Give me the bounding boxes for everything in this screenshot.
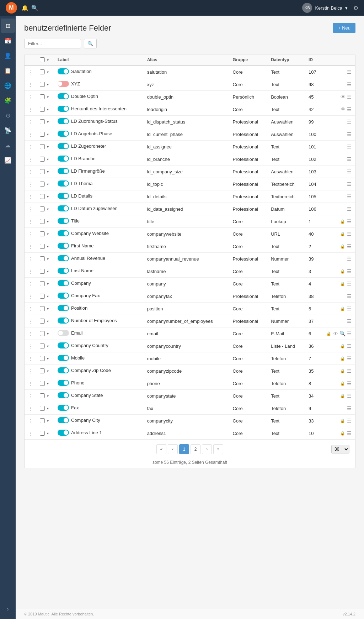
list-action-icon[interactable]: ☰ <box>347 169 352 174</box>
toggle-switch[interactable] <box>58 243 69 249</box>
list-action-icon[interactable]: ☰ <box>347 219 352 224</box>
field-label[interactable]: Company Website <box>71 231 109 236</box>
row-checkbox[interactable] <box>40 107 45 112</box>
row-checkbox[interactable] <box>40 406 45 411</box>
field-label[interactable]: Mobile <box>71 355 85 361</box>
drag-handle[interactable]: ⋮ <box>25 228 36 240</box>
filter-input[interactable] <box>24 39 81 48</box>
row-checkbox[interactable] <box>40 319 45 324</box>
per-page-dropdown[interactable]: 30 50 100 <box>331 445 349 453</box>
page-2-button[interactable]: 2 <box>191 444 200 454</box>
row-checkbox[interactable] <box>40 219 45 224</box>
toggle-switch[interactable] <box>58 305 69 311</box>
toggle-switch[interactable] <box>58 180 69 187</box>
row-checkbox[interactable] <box>40 144 45 149</box>
row-checkbox[interactable] <box>40 194 45 199</box>
field-label[interactable]: First Name <box>71 243 94 248</box>
sidebar-item-campaigns[interactable]: 🧩 <box>1 93 15 107</box>
toggle-switch[interactable] <box>58 280 69 286</box>
row-chevron[interactable]: ▾ <box>46 419 49 423</box>
row-chevron[interactable]: ▾ <box>46 357 49 361</box>
prev-page-button[interactable]: ‹ <box>168 444 178 454</box>
sidebar-item-web[interactable]: 🌐 <box>1 78 15 93</box>
field-label[interactable]: Double Optin <box>71 94 98 99</box>
settings-icon[interactable]: ⚙ <box>353 5 358 11</box>
drag-handle[interactable]: ⋮ <box>25 390 36 402</box>
list-action-icon[interactable]: ☰ <box>347 293 352 299</box>
field-label[interactable]: Salutation <box>71 69 92 74</box>
sidebar-item-segments[interactable]: 📋 <box>1 63 15 78</box>
field-label[interactable]: LD Zuordnungs-Status <box>71 119 118 124</box>
drag-handle[interactable]: ⋮ <box>25 240 36 253</box>
list-action-icon[interactable]: ☰ <box>347 306 352 311</box>
drag-handle[interactable]: ⋮ <box>25 327 36 340</box>
row-chevron[interactable]: ▾ <box>46 207 49 211</box>
field-label[interactable]: Company City <box>71 418 100 423</box>
toggle-switch[interactable] <box>58 255 69 261</box>
row-chevron[interactable]: ▾ <box>46 83 49 86</box>
toggle-switch[interactable] <box>58 417 69 423</box>
toggle-switch[interactable] <box>58 367 69 373</box>
row-chevron[interactable]: ▾ <box>46 195 49 199</box>
drag-handle[interactable]: ⋮ <box>25 128 36 141</box>
toggle-switch[interactable] <box>58 355 69 361</box>
field-label[interactable]: LD Angebots-Phase <box>71 131 112 136</box>
list-action-icon[interactable]: ☰ <box>347 381 352 386</box>
field-label[interactable]: LD Datum zugewiesen <box>71 206 118 211</box>
row-checkbox[interactable] <box>40 94 45 99</box>
list-action-icon[interactable]: ☰ <box>347 256 352 262</box>
toggle-switch[interactable] <box>58 380 69 386</box>
drag-handle[interactable]: ⋮ <box>25 253 36 265</box>
row-chevron[interactable]: ▾ <box>46 120 49 124</box>
field-label[interactable]: Email <box>71 330 83 336</box>
eye-icon[interactable]: 👁 <box>333 331 338 336</box>
field-label[interactable]: Company Fax <box>71 293 100 298</box>
toggle-switch[interactable] <box>58 405 69 411</box>
user-menu[interactable]: KB Kerstin Belca ▾ <box>302 3 348 13</box>
filter-search-button[interactable]: 🔍 <box>84 39 97 48</box>
row-checkbox[interactable] <box>40 393 45 398</box>
toggle-switch[interactable] <box>58 330 69 336</box>
toggle-switch[interactable] <box>58 205 69 211</box>
first-page-button[interactable]: « <box>156 444 166 454</box>
app-logo[interactable]: M <box>6 2 17 14</box>
drag-handle[interactable]: ⋮ <box>25 340 36 352</box>
field-label[interactable]: Company Zip Code <box>71 368 111 373</box>
last-page-button[interactable]: » <box>213 444 223 454</box>
field-label[interactable]: Fax <box>71 405 79 410</box>
drag-handle[interactable]: ⋮ <box>25 65 36 78</box>
sidebar-item-calendar[interactable]: 📅 <box>1 33 15 48</box>
toggle-switch[interactable] <box>58 156 69 162</box>
field-label[interactable]: LD Firmengröße <box>71 168 105 174</box>
drag-handle[interactable]: ⋮ <box>25 215 36 228</box>
row-chevron[interactable]: ▾ <box>46 332 49 336</box>
row-checkbox[interactable] <box>40 418 45 423</box>
row-checkbox[interactable] <box>40 281 45 286</box>
row-checkbox[interactable] <box>40 343 45 348</box>
drag-handle[interactable]: ⋮ <box>25 141 36 153</box>
sidebar-item-charts[interactable]: 📈 <box>1 153 15 167</box>
list-action-icon[interactable]: ☰ <box>347 131 352 137</box>
row-checkbox[interactable] <box>40 368 45 373</box>
list-action-icon[interactable]: ☰ <box>347 368 352 374</box>
field-label[interactable]: LD Details <box>71 193 92 199</box>
toggle-switch[interactable] <box>58 230 69 236</box>
list-action-icon[interactable]: ☰ <box>347 106 352 112</box>
row-chevron[interactable]: ▾ <box>46 107 49 111</box>
list-action-icon[interactable]: ☰ <box>347 418 352 424</box>
list-action-icon[interactable]: ☰ <box>347 231 352 237</box>
drag-handle[interactable]: ⋮ <box>25 116 36 128</box>
row-checkbox[interactable] <box>40 169 45 174</box>
row-checkbox[interactable] <box>40 182 45 187</box>
sidebar-item-feeds[interactable]: 📡 <box>1 123 15 137</box>
row-chevron[interactable]: ▾ <box>46 157 49 161</box>
drag-handle[interactable]: ⋮ <box>25 103 36 116</box>
drag-handle[interactable]: ⋮ <box>25 203 36 215</box>
row-checkbox[interactable] <box>40 206 45 211</box>
toggle-switch[interactable] <box>58 93 69 99</box>
row-checkbox[interactable] <box>40 132 45 137</box>
row-chevron[interactable]: ▾ <box>46 70 49 74</box>
toggle-switch[interactable] <box>58 218 69 224</box>
row-chevron[interactable]: ▾ <box>46 182 49 186</box>
row-chevron[interactable]: ▾ <box>46 145 49 149</box>
